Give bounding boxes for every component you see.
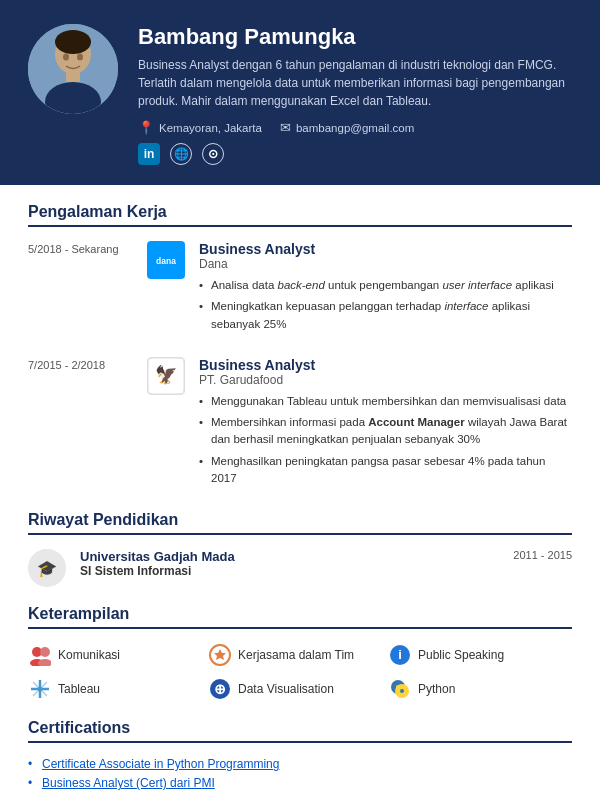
work-title-garuda: Business Analyst <box>199 357 572 373</box>
public-speaking-icon: i <box>388 643 412 667</box>
svg-point-30 <box>400 689 404 693</box>
skills-section-title: Keterampilan <box>28 605 572 629</box>
certs-section-title: Certifications <box>28 719 572 743</box>
certifications-section: Certifications Certificate Associate in … <box>28 719 572 790</box>
svg-text:🎓: 🎓 <box>37 559 57 578</box>
skill-label-data-vis: Data Visualisation <box>238 682 334 696</box>
tableau-icon <box>28 677 52 701</box>
cert-list: Certificate Associate in Python Programm… <box>28 757 572 790</box>
university-name: Universitas Gadjah Mada <box>80 549 513 564</box>
work-company-dana: Dana <box>199 257 572 271</box>
work-date-garuda: 7/2015 - 2/2018 <box>28 357 133 491</box>
skill-data-vis: ⊕ Data Visualisation <box>208 677 388 701</box>
skill-label-public-speaking: Public Speaking <box>418 648 504 662</box>
education-section-title: Riwayat Pendidikan <box>28 511 572 535</box>
location-icon: 📍 <box>138 120 154 135</box>
email-icon: ✉ <box>280 120 291 135</box>
location-contact: 📍 Kemayoran, Jakarta <box>138 120 262 135</box>
dana-bullets: Analisa data back-end untuk pengembangan… <box>199 277 572 333</box>
edu-content: Universitas Gadjah Mada SI Sistem Inform… <box>80 549 513 578</box>
skill-python: Python <box>388 677 568 701</box>
work-content-dana: Business Analyst Dana Analisa data back-… <box>199 241 572 337</box>
work-section: Pengalaman Kerja 5/2018 - Sekarang dana … <box>28 203 572 491</box>
dana-logo: dana <box>147 241 185 279</box>
github-icon[interactable]: ⊙ <box>202 143 224 165</box>
skill-label-python: Python <box>418 682 455 696</box>
education-major: SI Sistem Informasi <box>80 564 513 578</box>
dana-bullet-1: Analisa data back-end untuk pengembangan… <box>199 277 572 294</box>
email-contact: ✉ bambangp@gmail.com <box>280 120 414 135</box>
work-date-dana: 5/2018 - Sekarang <box>28 241 133 337</box>
svg-point-24 <box>38 687 43 692</box>
header-info: Bambang Pamungka Business Analyst dengan… <box>138 24 572 165</box>
garuda-bullet-3: Menghasilkan peningkatan pangsa pasar se… <box>199 453 572 488</box>
kerjasama-icon <box>208 643 232 667</box>
education-section: Riwayat Pendidikan 🎓 Universitas Gadjah … <box>28 511 572 587</box>
skill-public-speaking: i Public Speaking <box>388 643 568 667</box>
cert-item-2: Business Analyst (Cert) dari PMI <box>28 776 572 790</box>
resume-container: Bambang Pamungka Business Analyst dengan… <box>0 0 600 797</box>
data-vis-icon: ⊕ <box>208 677 232 701</box>
resume-body: Pengalaman Kerja 5/2018 - Sekarang dana … <box>0 185 600 797</box>
website-icon[interactable]: 🌐 <box>170 143 192 165</box>
candidate-description: Business Analyst dengan 6 tahun pengalam… <box>138 56 572 110</box>
svg-rect-3 <box>66 72 80 82</box>
skills-section: Keterampilan Komunikasi <box>28 605 572 701</box>
skill-label-kerjasama: Kerjasama dalam Tim <box>238 648 354 662</box>
work-section-title: Pengalaman Kerja <box>28 203 572 227</box>
cert-item-1: Certificate Associate in Python Programm… <box>28 757 572 771</box>
education-entry: 🎓 Universitas Gadjah Mada SI Sistem Info… <box>28 549 572 587</box>
svg-point-6 <box>77 54 83 61</box>
svg-point-5 <box>63 54 69 61</box>
email-text: bambangp@gmail.com <box>296 122 414 134</box>
skill-tableau: Tableau <box>28 677 208 701</box>
work-entry-dana: 5/2018 - Sekarang dana Business Analyst … <box>28 241 572 337</box>
linkedin-icon[interactable]: in <box>138 143 160 165</box>
skills-grid: Komunikasi Kerjasama dalam Tim <box>28 643 572 701</box>
svg-point-2 <box>55 30 91 54</box>
skill-kerjasama: Kerjasama dalam Tim <box>208 643 388 667</box>
edu-row: Universitas Gadjah Mada SI Sistem Inform… <box>80 549 572 578</box>
skill-komunikasi: Komunikasi <box>28 643 208 667</box>
work-content-garuda: Business Analyst PT. Garudafood Mengguna… <box>199 357 572 491</box>
svg-point-29 <box>396 685 400 689</box>
dana-bullet-2: Meningkatkan kepuasan pelanggan terhadap… <box>199 298 572 333</box>
work-title-dana: Business Analyst <box>199 241 572 257</box>
social-links: in 🌐 ⊙ <box>138 143 572 165</box>
skill-label-tableau: Tableau <box>58 682 100 696</box>
header-contacts: 📍 Kemayoran, Jakarta ✉ bambangp@gmail.co… <box>138 120 572 135</box>
svg-point-14 <box>40 647 50 657</box>
svg-text:⊕: ⊕ <box>214 681 226 697</box>
garuda-bullets: Menggunakan Tableau untuk membersihkan d… <box>199 393 572 487</box>
garuda-bullet-2: Membersihkan informasi pada Account Mana… <box>199 414 572 449</box>
location-text: Kemayoran, Jakarta <box>159 122 262 134</box>
education-years: 2011 - 2015 <box>513 549 572 561</box>
work-company-garuda: PT. Garudafood <box>199 373 572 387</box>
svg-text:i: i <box>398 647 402 662</box>
svg-text:dana: dana <box>156 256 176 266</box>
ugm-logo: 🎓 <box>28 549 66 587</box>
python-icon <box>388 677 412 701</box>
svg-text:🦅: 🦅 <box>155 364 178 386</box>
candidate-name: Bambang Pamungka <box>138 24 572 50</box>
work-entry-garuda: 7/2015 - 2/2018 🦅 Business Analyst PT. G… <box>28 357 572 491</box>
garuda-bullet-1: Menggunakan Tableau untuk membersihkan d… <box>199 393 572 410</box>
header-section: Bambang Pamungka Business Analyst dengan… <box>0 0 600 185</box>
avatar <box>28 24 118 114</box>
skill-label-komunikasi: Komunikasi <box>58 648 120 662</box>
komunikasi-icon <box>28 643 52 667</box>
garuda-logo: 🦅 <box>147 357 185 395</box>
